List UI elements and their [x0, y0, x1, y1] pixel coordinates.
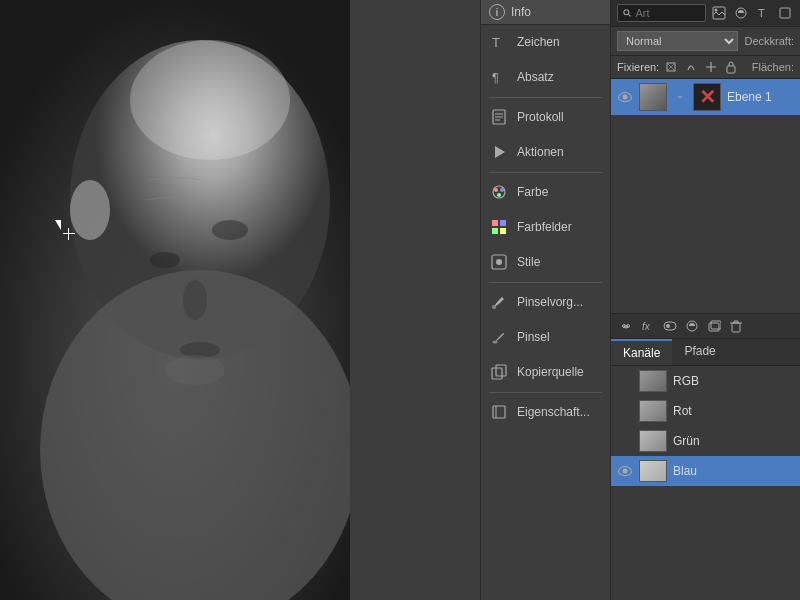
new-mask-icon[interactable] [661, 317, 679, 335]
new-adjustment-icon[interactable] [683, 317, 701, 335]
absatz-icon: ¶ [489, 67, 509, 87]
fix-lock-icon[interactable] [723, 59, 739, 75]
kopierquelle-icon [489, 362, 509, 382]
channel-item-blau[interactable]: Blau [611, 456, 800, 486]
channel-item-rot[interactable]: Rot [611, 396, 800, 426]
menu-item-kopierquelle[interactable]: Kopierquelle [481, 355, 610, 390]
menu-item-zeichen[interactable]: T Zeichen [481, 25, 610, 60]
svg-text:T: T [758, 7, 765, 19]
fix-image-icon[interactable] [683, 59, 699, 75]
layer-thumb-portrait [640, 84, 666, 110]
svg-point-3 [150, 252, 180, 268]
channel-thumb-blau [639, 460, 667, 482]
stile-label: Stile [517, 255, 540, 269]
svg-rect-50 [732, 323, 740, 332]
link-layers-icon[interactable] [617, 317, 635, 335]
svg-point-46 [666, 324, 670, 328]
layers-area: ✕ Ebene 1 [611, 79, 800, 313]
pinsel-label: Pinsel [517, 330, 550, 344]
channel-thumb-rgb [639, 370, 667, 392]
kopierquelle-label: Kopierquelle [517, 365, 584, 379]
canvas-area [0, 0, 480, 600]
new-layer-icon[interactable] [705, 317, 723, 335]
channel-item-rgb[interactable]: RGB [611, 366, 800, 396]
menu-item-absatz[interactable]: ¶ Absatz [481, 60, 610, 95]
svg-point-9 [165, 355, 225, 385]
svg-point-8 [130, 40, 290, 160]
tab-pfade[interactable]: Pfade [672, 339, 727, 365]
tab-kanale[interactable]: Kanäle [611, 339, 672, 365]
protokoll-icon [489, 107, 509, 127]
pinselvorg-label: Pinselvorg... [517, 295, 583, 309]
eye-icon [618, 92, 632, 102]
svg-rect-24 [500, 228, 506, 234]
svg-rect-22 [500, 220, 506, 226]
svg-rect-39 [780, 8, 790, 18]
farbfelder-label: Farbfelder [517, 220, 572, 234]
svg-point-26 [496, 259, 502, 265]
zeichen-icon: T [489, 32, 509, 52]
blend-mode-select[interactable]: Normal [617, 31, 738, 51]
svg-rect-21 [492, 220, 498, 226]
menu-item-stile[interactable]: Stile [481, 245, 610, 280]
farbe-icon [489, 182, 509, 202]
layer-thumb-ebene1 [639, 83, 667, 111]
layer-name-ebene1: Ebene 1 [727, 90, 794, 104]
fixieren-label: Fixieren: [617, 61, 659, 73]
menu-item-eigenschaften[interactable]: Eigenschaft... [481, 395, 610, 430]
info-bar: i Info [481, 0, 610, 25]
svg-rect-31 [493, 406, 505, 418]
menu-item-pinsel[interactable]: Pinsel [481, 320, 610, 355]
info-label: Info [511, 5, 531, 19]
svg-point-36 [715, 9, 718, 12]
channel-thumb-gruen [639, 430, 667, 452]
aktionen-icon [489, 142, 509, 162]
opacity-label: Deckkraft: [744, 35, 794, 47]
search-icon [623, 8, 631, 18]
svg-rect-29 [492, 368, 502, 379]
menu-item-farbfelder[interactable]: Farbfelder [481, 210, 610, 245]
layers-bottom-bar: fx [611, 313, 800, 339]
channel-visibility-rgb[interactable] [617, 373, 633, 389]
channel-visibility-gruen[interactable] [617, 433, 633, 449]
fx-icon[interactable]: fx [639, 317, 657, 335]
search-input[interactable] [635, 7, 700, 19]
text-icon-btn[interactable]: T [754, 4, 772, 22]
layer-mask-thumb-ebene1: ✕ [693, 83, 721, 111]
adjustment-icon-btn[interactable] [732, 4, 750, 22]
fix-position-icon[interactable] [703, 59, 719, 75]
separator-2 [489, 172, 602, 173]
image-icon-btn[interactable] [710, 4, 728, 22]
channel-visibility-rot[interactable] [617, 403, 633, 419]
layer-visibility-ebene1[interactable] [617, 89, 633, 105]
channel-visibility-blau[interactable] [617, 463, 633, 479]
svg-rect-41 [727, 66, 735, 73]
menu-item-aktionen[interactable]: Aktionen [481, 135, 610, 170]
fix-transparency-icon[interactable] [663, 59, 679, 75]
farbe-label: Farbe [517, 185, 548, 199]
zeichen-label: Zeichen [517, 35, 560, 49]
menu-item-pinselvorg[interactable]: Pinselvorg... [481, 285, 610, 320]
svg-text:T: T [492, 35, 500, 50]
menu-item-farbe[interactable]: Farbe [481, 175, 610, 210]
farbfelder-icon [489, 217, 509, 237]
channel-tabs: Kanäle Pfade [611, 339, 800, 366]
channel-name-gruen: Grün [673, 434, 794, 448]
svg-point-18 [494, 188, 498, 192]
channel-item-gruen[interactable]: Grün [611, 426, 800, 456]
menu-item-protokoll[interactable]: Protokoll [481, 100, 610, 135]
delete-layer-icon[interactable] [727, 317, 745, 335]
fixieren-bar: Fixieren: [611, 56, 800, 79]
aktionen-label: Aktionen [517, 145, 564, 159]
search-bar: T [611, 0, 800, 27]
layer-link-icon [673, 90, 687, 104]
separator-1 [489, 97, 602, 98]
channel-name-blau: Blau [673, 464, 794, 478]
eigenschaften-label: Eigenschaft... [517, 405, 590, 419]
separator-4 [489, 392, 602, 393]
shape-icon-btn[interactable] [776, 4, 794, 22]
svg-text:¶: ¶ [492, 70, 499, 85]
svg-point-20 [497, 193, 501, 197]
layer-item-ebene1[interactable]: ✕ Ebene 1 [611, 79, 800, 115]
search-input-wrap[interactable] [617, 4, 706, 22]
